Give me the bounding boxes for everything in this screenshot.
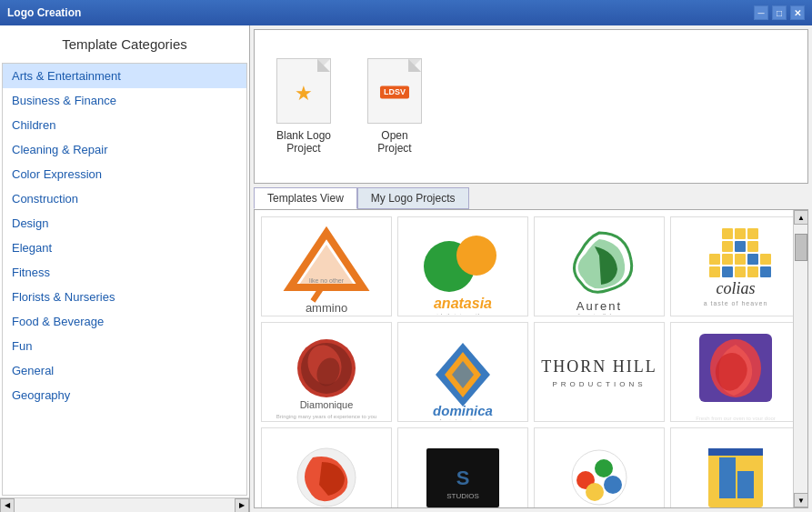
- svg-rect-11: [722, 228, 733, 239]
- svg-rect-26: [760, 266, 771, 277]
- sidebar-item-arts--entertainment[interactable]: Arts & Entertainment: [3, 64, 246, 88]
- svg-text:PRODUCTIONS: PRODUCTIONS: [552, 380, 646, 388]
- svg-rect-58: [708, 448, 763, 456]
- sidebar-item-color-expression[interactable]: Color Expression: [3, 162, 246, 186]
- sidebar-title: Template Categories: [0, 25, 249, 63]
- logo-fellentine[interactable]: fellentine Fresh from our oven to your d…: [670, 322, 801, 422]
- svg-rect-57: [737, 471, 754, 498]
- logo-grid-container: ammino like no other anatasia style that…: [254, 209, 808, 508]
- tab-templates-view[interactable]: Templates View: [254, 187, 357, 209]
- sidebar-item-business--finance[interactable]: Business & Finance: [3, 88, 246, 113]
- svg-text:STUDIOS: STUDIOS: [446, 492, 479, 500]
- star-icon: ★: [295, 82, 313, 105]
- logo-ammino[interactable]: ammino like no other: [261, 216, 392, 316]
- sidebar-item-fun[interactable]: Fun: [3, 334, 246, 358]
- window-controls: ─ □ ✕: [754, 5, 805, 20]
- svg-text:style that stays with you: style that stays with you: [434, 313, 491, 315]
- svg-text:live naturally here: live naturally here: [577, 313, 621, 315]
- svg-text:Bringing many years of experie: Bringing many years of experience to you: [276, 414, 376, 419]
- logo-row3d[interactable]: [670, 427, 801, 507]
- logo-grid: ammino like no other anatasia style that…: [255, 210, 807, 507]
- hscroll-track[interactable]: [15, 498, 235, 512]
- ldsv-badge: LDSV: [380, 85, 409, 98]
- scroll-left-button[interactable]: ◀: [0, 498, 15, 513]
- svg-rect-23: [722, 266, 733, 277]
- svg-text:THORN HILL: THORN HILL: [541, 357, 657, 376]
- svg-rect-25: [747, 266, 758, 277]
- title-bar: Logo Creation ─ □ ✕: [0, 0, 812, 25]
- maximize-button[interactable]: □: [772, 5, 787, 20]
- svg-rect-16: [747, 241, 758, 252]
- svg-text:anatasia: anatasia: [434, 296, 492, 311]
- svg-text:colias: colias: [717, 279, 756, 297]
- svg-text:Fresh from our oven to your do: Fresh from our oven to your door: [696, 416, 776, 420]
- logo-row3a[interactable]: [261, 427, 392, 507]
- sidebar: Template Categories Arts & Entertainment…: [0, 25, 250, 512]
- grid-scroll-track[interactable]: [794, 225, 807, 493]
- sidebar-item-elegant[interactable]: Elegant: [3, 236, 246, 260]
- logo-aurent[interactable]: Aurent live naturally here: [534, 216, 665, 316]
- svg-point-6: [456, 236, 496, 276]
- tabs-bar: Templates View My Logo Projects: [254, 187, 808, 209]
- tab-my-logo-projects[interactable]: My Logo Projects: [357, 187, 469, 209]
- logo-anatasia[interactable]: anatasia style that stays with you: [397, 216, 528, 316]
- grid-scroll-thumb[interactable]: [795, 234, 807, 261]
- svg-rect-17: [709, 254, 720, 265]
- svg-text:Diamonique: Diamonique: [300, 399, 354, 410]
- svg-text:like no other: like no other: [309, 277, 345, 284]
- open-project-label: Open Project: [377, 129, 411, 155]
- app-title: Logo Creation: [7, 6, 81, 19]
- grid-scroll-up[interactable]: ▲: [794, 210, 808, 225]
- svg-rect-13: [747, 228, 758, 239]
- top-panel: ★ Blank Logo Project LDSV Open Project: [254, 29, 808, 184]
- logo-dominica[interactable]: dominica A cut above the rest: [397, 322, 528, 422]
- svg-text:Aurent: Aurent: [576, 299, 622, 313]
- svg-text:fellentine: fellentine: [714, 400, 758, 414]
- scroll-right-button[interactable]: ▶: [235, 498, 249, 513]
- logo-row3c[interactable]: [534, 427, 665, 507]
- svg-point-54: [586, 483, 604, 501]
- svg-text:S: S: [456, 467, 470, 489]
- svg-text:A cut above the rest: A cut above the rest: [438, 418, 486, 420]
- content-area: ★ Blank Logo Project LDSV Open Project: [250, 25, 812, 512]
- svg-rect-22: [709, 266, 720, 277]
- main-container: Template Categories Arts & Entertainment…: [0, 25, 812, 512]
- sidebar-item-cleaning--repair[interactable]: Cleaning & Repair: [3, 137, 246, 162]
- sidebar-item-general[interactable]: General: [3, 358, 246, 383]
- svg-text:a taste of heaven: a taste of heaven: [704, 300, 768, 306]
- open-project-button[interactable]: LDSV Open Project: [367, 58, 422, 155]
- svg-rect-20: [747, 254, 758, 265]
- sidebar-horizontal-scrollbar: ◀ ▶: [0, 497, 249, 512]
- logo-row3b[interactable]: S STUDIOS: [397, 427, 528, 507]
- corner-fold: [317, 59, 330, 72]
- logo-colias[interactable]: colias a taste of heaven: [670, 216, 801, 316]
- grid-scroll-down[interactable]: ▼: [794, 493, 808, 507]
- blank-logo-icon: ★: [276, 58, 331, 124]
- svg-rect-15: [735, 241, 746, 252]
- sidebar-item-construction[interactable]: Construction: [3, 186, 246, 211]
- grid-scrollbar: ▲ ▼: [793, 210, 807, 507]
- sidebar-item-fitness[interactable]: Fitness: [3, 260, 246, 285]
- category-list: Arts & EntertainmentBusiness & FinanceCh…: [3, 64, 246, 495]
- sidebar-item-children[interactable]: Children: [3, 113, 246, 137]
- svg-rect-18: [722, 254, 733, 265]
- sidebar-item-florists--nurseries[interactable]: Florists & Nurseries: [3, 285, 246, 309]
- corner-fold-2: [408, 59, 421, 72]
- svg-text:ammino: ammino: [306, 301, 347, 315]
- category-list-container: Arts & EntertainmentBusiness & FinanceCh…: [2, 63, 247, 496]
- svg-rect-24: [735, 266, 746, 277]
- sidebar-item-geography[interactable]: Geography: [3, 383, 246, 407]
- svg-rect-12: [735, 228, 746, 239]
- logo-thornhill[interactable]: THORN HILL PRODUCTIONS: [534, 322, 665, 422]
- minimize-button[interactable]: ─: [754, 5, 768, 20]
- close-button[interactable]: ✕: [790, 5, 805, 20]
- sidebar-item-design[interactable]: Design: [3, 211, 246, 236]
- blank-logo-button[interactable]: ★ Blank Logo Project: [276, 58, 331, 155]
- svg-rect-19: [735, 254, 746, 265]
- svg-rect-21: [760, 254, 771, 265]
- logo-diamonique[interactable]: Diamonique Bringing many years of experi…: [261, 322, 392, 422]
- sidebar-item-food--beverage[interactable]: Food & Beverage: [3, 309, 246, 334]
- svg-point-52: [595, 459, 613, 477]
- blank-logo-label: Blank Logo Project: [276, 129, 331, 155]
- svg-point-53: [604, 476, 622, 494]
